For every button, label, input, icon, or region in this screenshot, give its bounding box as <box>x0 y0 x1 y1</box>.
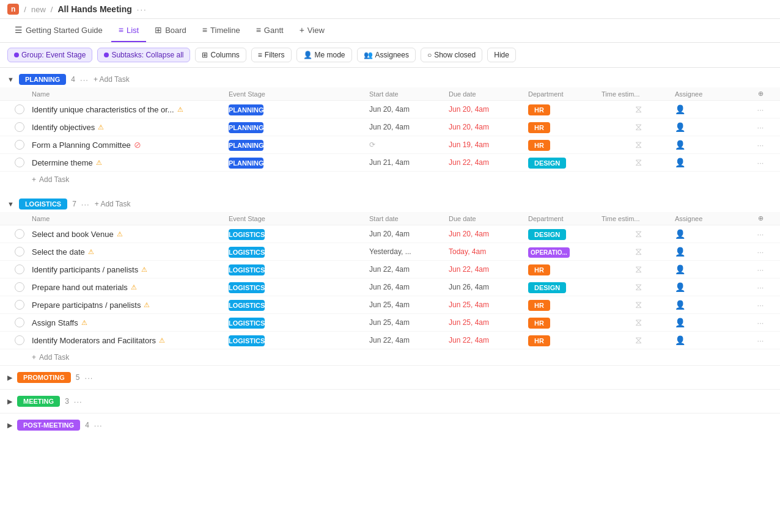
task-assignee: 👤 <box>675 264 748 274</box>
task-checkbox[interactable] <box>7 140 32 150</box>
page-title: All Hands Meeting <box>57 4 131 14</box>
warning-icon: ⚠ <box>131 283 137 291</box>
task-more[interactable]: ··· <box>748 283 773 292</box>
col-add-l[interactable]: ⊕ <box>748 214 773 222</box>
filters-btn[interactable]: ≡ Filters <box>251 48 292 62</box>
meeting-dots[interactable]: ··· <box>74 397 83 406</box>
task-name[interactable]: Determine theme ⚠ <box>32 158 229 167</box>
task-checkbox[interactable] <box>7 300 32 310</box>
task-name[interactable]: Prepare hand out materials ⚠ <box>32 283 229 292</box>
task-more[interactable]: ··· <box>748 158 773 167</box>
col-start-date-l: Start date <box>369 215 449 222</box>
task-start-date: ⟳ <box>369 140 449 149</box>
task-name[interactable]: Select the date ⚠ <box>32 247 229 257</box>
task-name[interactable]: Assign Staffs ⚠ <box>32 318 229 327</box>
task-start-date: Jun 25, 4am <box>369 318 449 327</box>
task-checkbox[interactable] <box>7 158 32 167</box>
task-checkbox[interactable] <box>7 318 32 327</box>
task-checkbox[interactable] <box>7 282 32 292</box>
task-checkbox[interactable] <box>7 335 32 345</box>
tab-timeline[interactable]: ≡ Timeline <box>195 19 248 42</box>
task-more[interactable]: ··· <box>748 105 773 114</box>
table-row: Assign Staffs ⚠ LOGISTICS Jun 25, 4am Ju… <box>0 314 780 332</box>
task-checkbox[interactable] <box>7 264 32 274</box>
meeting-chevron[interactable]: ▶ <box>7 398 12 406</box>
task-name[interactable]: Identify unique characteristics of the o… <box>32 105 229 114</box>
logistics-dots[interactable]: ··· <box>81 200 90 209</box>
logistics-add-task[interactable]: + Add Task <box>95 200 131 208</box>
task-name[interactable]: Prepare participatns / panelists ⚠ <box>32 301 229 310</box>
task-checkbox[interactable] <box>7 122 32 132</box>
group-filter-btn[interactable]: Group: Event Stage <box>7 48 92 62</box>
task-name[interactable]: Identify Moderators and Facilitators ⚠ <box>32 336 229 345</box>
task-stage: LOGISTICS <box>229 283 369 292</box>
task-name[interactable]: Identify objectives ⚠ <box>32 123 229 132</box>
task-stage: LOGISTICS <box>229 230 369 239</box>
table-row: Identify Moderators and Facilitators ⚠ L… <box>0 332 780 349</box>
planning-chevron[interactable]: ▼ <box>7 76 14 83</box>
col-department-l: Department <box>528 215 602 222</box>
task-stage: LOGISTICS <box>229 265 369 274</box>
task-start-date: Jun 20, 4am <box>369 105 449 114</box>
task-more[interactable]: ··· <box>748 336 773 345</box>
post-meeting-dots[interactable]: ··· <box>94 421 103 430</box>
task-more[interactable]: ··· <box>748 123 773 132</box>
tab-getting-started[interactable]: ☰ Getting Started Guide <box>7 19 110 42</box>
me-mode-btn[interactable]: 👤 Me mode <box>296 48 352 62</box>
assignees-label: Assignees <box>375 51 409 59</box>
tab-gantt[interactable]: ≡ Gantt <box>249 19 291 42</box>
promoting-dots[interactable]: ··· <box>85 373 94 382</box>
col-add[interactable]: ⊕ <box>748 90 773 98</box>
tab-view[interactable]: + View <box>292 19 332 42</box>
logistics-badge: LOGISTICS <box>19 199 67 210</box>
promoting-count: 5 <box>76 373 80 382</box>
task-due-date: Jun 26, 4am <box>449 283 528 291</box>
task-more[interactable]: ··· <box>748 140 773 150</box>
title-more-options[interactable]: ··· <box>137 5 147 14</box>
logistics-add-task-row[interactable]: + Add Task <box>0 349 780 365</box>
tab-getting-started-label: Getting Started Guide <box>26 26 103 35</box>
hide-btn[interactable]: Hide <box>487 48 516 62</box>
show-closed-btn[interactable]: ○ Show closed <box>421 48 482 62</box>
tab-list[interactable]: ≡ List <box>111 19 146 42</box>
tab-board[interactable]: ⊞ Board <box>147 19 194 42</box>
breadcrumb-sep2: / <box>51 5 53 14</box>
task-checkbox[interactable] <box>7 104 32 114</box>
planning-dots[interactable]: ··· <box>80 75 89 84</box>
task-due-date: Jun 20, 4am <box>449 230 528 238</box>
task-department: HR <box>528 140 602 150</box>
promoting-chevron[interactable]: ▶ <box>7 374 12 382</box>
post-meeting-chevron[interactable]: ▶ <box>7 421 12 429</box>
task-more[interactable]: ··· <box>748 318 773 327</box>
assignees-btn[interactable]: 👥 Assignees <box>357 48 416 62</box>
task-name[interactable]: Form a Planning Committee ⊘ <box>32 140 229 150</box>
task-start-date: Jun 26, 4am <box>369 283 449 291</box>
planning-add-task-row[interactable]: + Add Task <box>0 172 780 188</box>
task-more[interactable]: ··· <box>748 230 773 239</box>
planning-add-task[interactable]: + Add Task <box>94 75 130 84</box>
columns-btn[interactable]: ⊞ Columns <box>195 48 246 62</box>
task-time-estim: ⧖ <box>602 228 675 239</box>
task-more[interactable]: ··· <box>748 265 773 274</box>
task-checkbox[interactable] <box>7 247 32 257</box>
meeting-section-header: ▶ MEETING 3 ··· <box>0 389 780 413</box>
task-start-date: Jun 25, 4am <box>369 301 449 309</box>
subtasks-filter-label: Subtasks: Collapse all <box>111 51 183 59</box>
assignees-icon: 👥 <box>364 51 373 59</box>
task-more[interactable]: ··· <box>748 247 773 257</box>
subtasks-filter-btn[interactable]: Subtasks: Collapse all <box>97 48 190 62</box>
planning-table-header: Name Event Stage Start date Due date Dep… <box>0 87 780 101</box>
task-stage: PLANNING <box>229 158 369 167</box>
logistics-chevron[interactable]: ▼ <box>7 200 14 208</box>
task-assignee: 👤 <box>675 158 748 167</box>
task-checkbox[interactable] <box>7 229 32 239</box>
task-more[interactable]: ··· <box>748 301 773 310</box>
task-stage: PLANNING <box>229 140 369 150</box>
tab-bar: ☰ Getting Started Guide ≡ List ⊞ Board ≡… <box>0 19 780 43</box>
task-stage: PLANNING <box>229 123 369 132</box>
task-start-date: Jun 21, 4am <box>369 158 449 167</box>
task-due-date: Jun 20, 4am <box>449 123 528 131</box>
task-name[interactable]: Select and book Venue ⚠ <box>32 230 229 239</box>
planning-count: 4 <box>71 75 75 84</box>
task-name[interactable]: Identify participants / panelists ⚠ <box>32 265 229 274</box>
